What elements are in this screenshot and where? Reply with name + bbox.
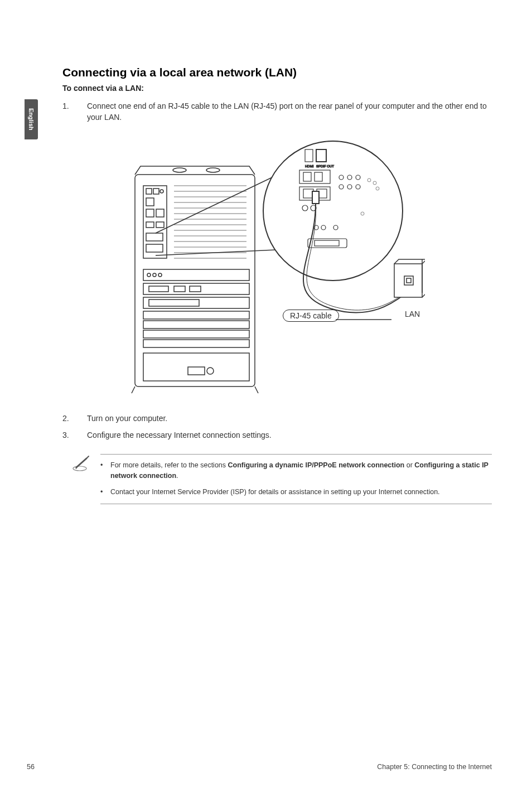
connection-diagram: HDMI SPDIF OUT <box>96 136 425 395</box>
note-item: • Contact your Internet Service Provider… <box>100 487 492 497</box>
step-1: 1. Connect one end of an RJ-45 cable to … <box>62 100 492 123</box>
svg-rect-9 <box>156 209 164 217</box>
note-suffix: . <box>176 472 178 480</box>
bullet-icon: • <box>100 460 110 481</box>
step-2: 2. Turn on your computer. <box>62 413 492 424</box>
language-tab: English <box>25 99 38 139</box>
step-number: 2. <box>62 413 87 424</box>
note-block: • For more details, refer to the section… <box>62 454 492 504</box>
note-item: • For more details, refer to the section… <box>100 460 492 481</box>
svg-rect-8 <box>146 209 154 217</box>
note-icon <box>62 454 100 504</box>
note-body: • For more details, refer to the section… <box>100 454 492 504</box>
svg-rect-20 <box>174 286 185 292</box>
svg-point-6 <box>160 190 163 193</box>
svg-point-68 <box>73 466 86 471</box>
svg-line-33 <box>156 250 275 255</box>
step-text: Turn on your computer. <box>87 413 492 424</box>
svg-rect-29 <box>188 367 205 375</box>
svg-rect-14 <box>143 269 249 281</box>
svg-rect-21 <box>190 286 201 292</box>
svg-point-1 <box>173 168 186 172</box>
svg-rect-4 <box>146 189 152 194</box>
svg-point-15 <box>147 273 151 277</box>
lan-label: LAN <box>397 308 428 320</box>
page-footer: 56 Chapter 5: Connecting to the Internet <box>27 763 492 771</box>
svg-point-30 <box>207 368 214 374</box>
svg-point-16 <box>153 273 156 277</box>
svg-rect-5 <box>153 189 159 194</box>
svg-point-31 <box>263 141 403 281</box>
svg-rect-26 <box>143 330 249 338</box>
svg-rect-24 <box>143 311 249 319</box>
note-text: For more details, refer to the sections … <box>110 460 492 481</box>
svg-rect-19 <box>149 286 168 292</box>
svg-rect-18 <box>143 283 249 294</box>
step-3: 3. Configure the necessary Internet conn… <box>62 429 492 441</box>
svg-rect-11 <box>156 222 164 228</box>
svg-rect-27 <box>143 340 249 347</box>
bullet-icon: • <box>100 487 110 497</box>
chapter-label: Chapter 5: Connecting to the Internet <box>377 763 492 771</box>
svg-rect-13 <box>146 244 163 252</box>
svg-text:SPDIF OUT: SPDIF OUT <box>316 165 334 168</box>
cable-label: RJ-45 cable <box>283 310 339 322</box>
note-mid: or <box>404 461 414 469</box>
section-subheading: To connect via a LAN: <box>62 84 492 93</box>
svg-rect-61 <box>312 191 319 204</box>
step-number: 1. <box>62 100 87 123</box>
diagram-svg: HDMI SPDIF OUT <box>96 136 425 395</box>
page-content: Connecting via a local area network (LAN… <box>62 66 492 504</box>
svg-rect-23 <box>149 299 199 306</box>
svg-rect-25 <box>143 321 249 328</box>
svg-point-17 <box>158 273 162 277</box>
section-heading: Connecting via a local area network (LAN… <box>62 66 492 79</box>
svg-rect-62 <box>394 264 422 297</box>
svg-rect-22 <box>143 297 249 308</box>
step-number: 3. <box>62 429 87 441</box>
step-text: Configure the necessary Internet connect… <box>87 429 492 441</box>
svg-rect-10 <box>146 222 154 228</box>
page-number: 56 <box>27 763 35 771</box>
note-pre: For more details, refer to the sections <box>110 461 228 469</box>
note-bold: Configuring a dynamic IP/PPPoE network c… <box>228 461 405 469</box>
svg-rect-7 <box>146 198 154 206</box>
svg-point-2 <box>206 168 220 172</box>
step-text: Connect one end of an RJ-45 cable to the… <box>87 100 492 123</box>
svg-text:HDMI: HDMI <box>305 165 314 168</box>
svg-rect-12 <box>146 233 163 241</box>
label-arrow <box>336 316 397 327</box>
note-text: Contact your Internet Service Provider (… <box>110 487 492 497</box>
